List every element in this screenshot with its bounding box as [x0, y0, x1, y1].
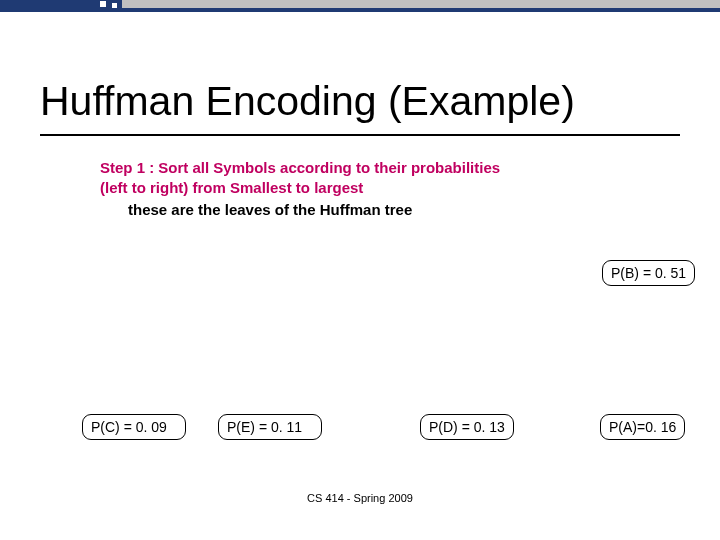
leaf-node-b: P(B) = 0. 51	[602, 260, 695, 286]
slide-title: Huffman Encoding (Example)	[40, 78, 575, 125]
accent-grey-bar	[122, 0, 720, 8]
step-line-1: Step 1 : Sort all Symbols according to t…	[100, 159, 500, 176]
leaf-node-d: P(D) = 0. 13	[420, 414, 514, 440]
step-line-2: (left to right) from Smallest to largest	[100, 179, 363, 196]
step-subtext: these are the leaves of the Huffman tree	[128, 200, 412, 220]
leaf-node-e: P(E) = 0. 11	[218, 414, 322, 440]
title-underline	[40, 134, 680, 136]
accent-square-icon	[112, 3, 117, 8]
slide-top-accent	[0, 0, 720, 12]
leaf-node-a: P(A)=0. 16	[600, 414, 685, 440]
slide-footer: CS 414 - Spring 2009	[0, 492, 720, 504]
step-description: Step 1 : Sort all Symbols according to t…	[100, 158, 500, 197]
leaf-node-c: P(C) = 0. 09	[82, 414, 186, 440]
accent-square-icon	[100, 1, 106, 7]
